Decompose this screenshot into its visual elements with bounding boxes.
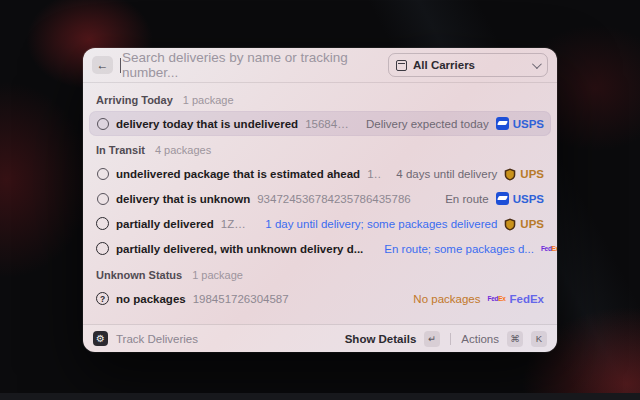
tracking-number: 934724536784235786435786: [257, 193, 411, 205]
delivery-title: no packages: [116, 293, 186, 305]
question-mark-icon: ?: [96, 292, 109, 305]
progress-circle-icon: [96, 117, 109, 130]
delivery-row[interactable]: undelivered package that is estimated ah…: [89, 161, 551, 186]
show-details-action[interactable]: Show Details: [345, 333, 417, 345]
delivery-title: delivery that is unknown: [116, 193, 250, 205]
section-count: 1 package: [192, 269, 243, 281]
progress-circle-icon: [96, 217, 109, 230]
package-box-icon: [396, 60, 407, 71]
delivery-row[interactable]: delivery that is unknown 934724536784235…: [89, 186, 551, 211]
tracking-number: 198451726304587: [193, 293, 289, 305]
extension-gear-icon: ⚙: [93, 331, 108, 346]
progress-circle-icon: ?: [96, 292, 109, 305]
footer-bar: ⚙ Track Deliveries Show Details ↵ Action…: [83, 324, 557, 352]
back-button[interactable]: ←: [92, 56, 113, 74]
progress-circle-icon: [96, 167, 109, 180]
delivery-row[interactable]: partially delivered 1Zdflgjadlhjfgasdfas…: [89, 211, 551, 236]
delivery-status: 4 days until delivery: [396, 168, 497, 180]
progress-circle-icon: [96, 192, 109, 205]
delivery-row[interactable]: delivery today that is undelivered 15684…: [89, 111, 551, 136]
usps-logo-icon: [496, 192, 509, 205]
status-circle-icon: [97, 193, 109, 205]
search-placeholder: Search deliveries by name or tracking nu…: [122, 50, 381, 80]
progress-circle-icon: [96, 242, 109, 255]
tracking-number: 156845865089045685454467: [305, 118, 352, 130]
tracking-number: 1Zdflgjadlhjfgasdfasdf: [221, 218, 252, 230]
delivery-row[interactable]: partially delivered, with unknown delive…: [89, 236, 551, 261]
carrier-name: UPS: [520, 168, 544, 180]
tracking-number: 1Zasdf: [367, 168, 382, 180]
carrier-name: USPS: [513, 193, 544, 205]
cmd-key-badge: ⌘: [507, 331, 523, 347]
delivery-title: undelivered package that is estimated ah…: [116, 168, 360, 180]
delivery-list: Arriving Today 1 package delivery today …: [83, 83, 557, 324]
delivery-status: 1 day until delivery; some packages deli…: [265, 218, 497, 230]
delivery-status: En route; some packages d...: [384, 243, 534, 255]
section-header: Unknown Status 1 package: [89, 261, 551, 286]
section-title: Arriving Today: [96, 94, 173, 106]
carrier-filter-dropdown[interactable]: All Carriers: [388, 53, 548, 77]
text-caret: [120, 58, 121, 73]
section-title: Unknown Status: [96, 269, 182, 281]
carrier-badge: USPS: [496, 117, 544, 130]
list-section: Unknown Status 1 package ? no packages 1…: [89, 261, 551, 311]
list-section: Arriving Today 1 package delivery today …: [89, 86, 551, 136]
carrier-badge: FedEx FedEx: [487, 293, 544, 305]
enter-key-badge: ↵: [424, 331, 440, 347]
carrier-badge: USPS: [496, 192, 544, 205]
status-circle-icon: [97, 168, 109, 180]
search-bar: ← Search deliveries by name or tracking …: [83, 48, 557, 83]
delivery-status: No packages: [413, 293, 480, 305]
footer-divider: [450, 333, 451, 345]
delivery-title: partially delivered: [116, 218, 214, 230]
carrier-badge: UPS: [504, 167, 544, 180]
command-palette-window: ← Search deliveries by name or tracking …: [83, 48, 557, 352]
ups-shield-icon: [504, 217, 516, 230]
delivery-title: delivery today that is undelivered: [116, 118, 298, 130]
fedex-logo-icon: FedEx: [541, 245, 557, 252]
chevron-down-icon: [532, 59, 542, 69]
search-input[interactable]: Search deliveries by name or tracking nu…: [120, 50, 381, 80]
carrier-badge: FedEx FedEx: [541, 243, 557, 255]
fedex-logo-icon: FedEx: [487, 295, 505, 302]
delivery-status: Delivery expected today: [366, 118, 489, 130]
status-circle-icon: [96, 242, 109, 255]
carrier-name: FedEx: [509, 293, 544, 305]
actions-menu-button[interactable]: Actions: [461, 333, 499, 345]
carrier-name: UPS: [520, 218, 544, 230]
back-arrow-icon: ←: [97, 58, 109, 72]
usps-logo-icon: [496, 117, 509, 130]
delivery-status: En route: [445, 193, 488, 205]
carrier-filter-label: All Carriers: [413, 59, 526, 71]
status-circle-icon: [97, 118, 109, 130]
list-section: In Transit 4 packages undelivered packag…: [89, 136, 551, 261]
section-header: Arriving Today 1 package: [89, 86, 551, 111]
section-count: 4 packages: [155, 144, 211, 156]
carrier-badge: UPS: [504, 217, 544, 230]
extension-name: Track Deliveries: [116, 333, 198, 345]
wallpaper-bottom-strip: [0, 393, 640, 400]
k-key-badge: K: [531, 331, 547, 347]
status-circle-icon: [96, 217, 109, 230]
section-count: 1 package: [183, 94, 234, 106]
carrier-name: USPS: [513, 118, 544, 130]
ups-shield-icon: [504, 167, 516, 180]
section-title: In Transit: [96, 144, 145, 156]
section-header: In Transit 4 packages: [89, 136, 551, 161]
delivery-row[interactable]: ? no packages 198451726304587 No package…: [89, 286, 551, 311]
delivery-title: partially delivered, with unknown delive…: [116, 243, 363, 255]
